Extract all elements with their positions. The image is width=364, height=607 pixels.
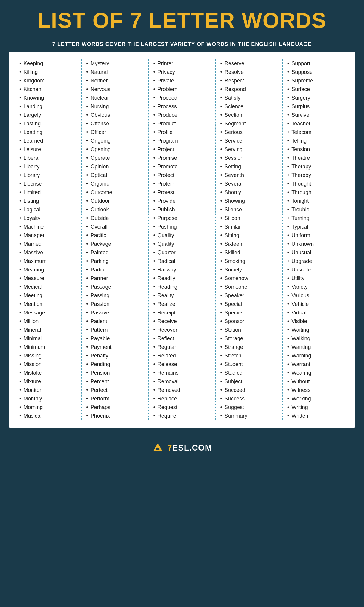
list-item: Package <box>86 240 144 248</box>
list-item: Setting <box>220 162 278 171</box>
list-item: Wearing <box>287 369 345 377</box>
list-item: Respond <box>220 85 278 94</box>
list-item: Qualify <box>153 231 211 240</box>
list-item: Replace <box>153 394 211 403</box>
list-item: Liberty <box>19 162 77 171</box>
list-item: Resolve <box>220 68 278 76</box>
list-item: Painted <box>86 248 144 257</box>
list-item: Penalty <box>86 352 144 360</box>
list-item: Kingdom <box>19 76 77 85</box>
list-item: Monthly <box>19 394 77 403</box>
list-item: Nuclear <box>86 94 144 102</box>
list-item: Walking <box>287 334 345 343</box>
list-item: Partial <box>86 266 144 274</box>
list-item: Manager <box>19 231 77 240</box>
list-item: Officer <box>86 128 144 137</box>
list-item: Removed <box>153 386 211 394</box>
list-item: Phoenix <box>86 412 144 420</box>
list-item: Pending <box>86 360 144 369</box>
list-item: Require <box>153 412 211 420</box>
list-item: Supreme <box>287 76 345 85</box>
list-item: Overall <box>86 223 144 231</box>
list-item: Proceed <box>153 94 211 102</box>
list-item: Meeting <box>19 291 77 300</box>
list-item: Therapy <box>287 162 345 171</box>
list-item: Suppose <box>287 68 345 76</box>
list-item: Mention <box>19 300 77 309</box>
list-item: Passage <box>86 283 144 291</box>
list-item: Written <box>287 412 345 420</box>
header: LIST OF 7 LETTER WORDS <box>0 0 364 38</box>
list-item: Minimum <box>19 343 77 352</box>
list-item: Outdoor <box>86 197 144 205</box>
list-item: Reflect <box>153 334 211 343</box>
list-item: Pacific <box>86 231 144 240</box>
word-list-2: MysteryNaturalNeitherNervousNuclearNursi… <box>86 59 144 420</box>
list-item: Opinion <box>86 162 144 171</box>
list-item: Sitting <box>220 231 278 240</box>
list-item: Machine <box>19 223 77 231</box>
list-item: Pushing <box>153 223 211 231</box>
list-item: Witness <box>287 386 345 394</box>
list-item: Variety <box>287 283 345 291</box>
list-item: Unknown <box>287 240 345 248</box>
list-item: Station <box>220 326 278 334</box>
list-item: Nursing <box>86 102 144 111</box>
list-item: Purpose <box>153 214 211 223</box>
logo-icon <box>152 442 164 454</box>
list-item: Loyalty <box>19 214 77 223</box>
list-item: Provide <box>153 197 211 205</box>
list-item: Uniform <box>287 231 345 240</box>
list-item: Storage <box>220 334 278 343</box>
list-item: Monitor <box>19 386 77 394</box>
list-item: Library <box>19 171 77 180</box>
list-item: Science <box>220 102 278 111</box>
list-item: Million <box>19 317 77 326</box>
list-item: Partner <box>86 274 144 283</box>
list-item: Telecom <box>287 128 345 137</box>
list-item: Release <box>153 360 211 369</box>
list-item: Smoking <box>220 257 278 266</box>
list-item: Percent <box>86 377 144 386</box>
list-item: Publish <box>153 205 211 214</box>
list-item: Support <box>287 59 345 68</box>
list-item: Medical <box>19 283 77 291</box>
list-item: Without <box>287 377 345 386</box>
list-item: Quality <box>153 240 211 248</box>
list-item: Limited <box>19 188 77 197</box>
list-item: Showing <box>220 197 278 205</box>
list-item: Mineral <box>19 326 77 334</box>
list-item: Removal <box>153 377 211 386</box>
list-item: Knowing <box>19 94 77 102</box>
list-item: Pension <box>86 369 144 377</box>
list-item: Perhaps <box>86 403 144 412</box>
list-item: Protest <box>153 188 211 197</box>
list-item: Outcome <box>86 188 144 197</box>
word-list-3: PrinterPrivacyPrivateProblemProceedProce… <box>153 59 211 420</box>
list-item: Succeed <box>220 386 278 394</box>
list-item: Species <box>220 309 278 317</box>
list-item: Reserve <box>220 59 278 68</box>
list-item: Realize <box>153 300 211 309</box>
list-item: Society <box>220 266 278 274</box>
list-item: Thought <box>287 180 345 188</box>
column-5: SupportSupposeSupremeSurfaceSurgerySurpl… <box>283 59 349 420</box>
list-item: Listing <box>19 197 77 205</box>
list-item: Outlook <box>86 205 144 214</box>
list-item: Readily <box>153 274 211 283</box>
list-item: Various <box>287 291 345 300</box>
list-item: Survive <box>287 111 345 119</box>
list-item: Seventh <box>220 171 278 180</box>
page-title: LIST OF 7 LETTER WORDS <box>12 9 352 32</box>
list-item: Program <box>153 137 211 145</box>
list-item: Produce <box>153 111 211 119</box>
list-item: Respect <box>220 76 278 85</box>
list-item: Suggest <box>220 403 278 412</box>
list-item: Warrant <box>287 360 345 369</box>
list-item: Special <box>220 300 278 309</box>
list-item: Optical <box>86 171 144 180</box>
list-item: Passive <box>86 309 144 317</box>
list-item: Missing <box>19 352 77 360</box>
word-list-5: SupportSupposeSupremeSurfaceSurgerySurpl… <box>287 59 345 420</box>
list-item: Request <box>153 403 211 412</box>
